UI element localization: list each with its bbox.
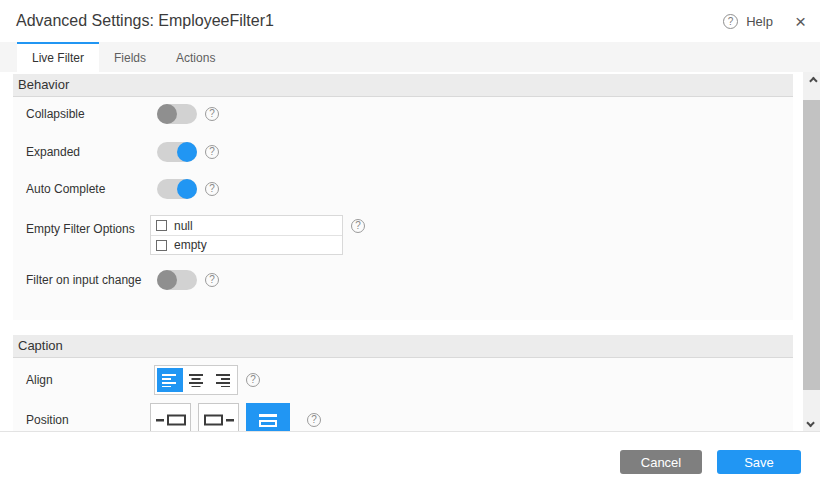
- caption-top-icon: [258, 414, 278, 427]
- auto-complete-row: Auto Complete ?: [26, 179, 219, 199]
- list-item-null[interactable]: null: [151, 216, 342, 235]
- filter-on-input-change-label: Filter on input change: [26, 273, 157, 287]
- scroll-down-icon[interactable]: [803, 414, 820, 431]
- toggle-knob: [157, 104, 177, 124]
- filter-on-input-change-row: Filter on input change ?: [26, 270, 219, 290]
- toggle-knob: [157, 270, 177, 290]
- scrollbar-thumb[interactable]: [803, 100, 820, 390]
- toggle-knob: [177, 142, 197, 162]
- empty-checkbox[interactable]: [156, 240, 167, 251]
- help-icon[interactable]: ?: [205, 182, 219, 196]
- help-link[interactable]: Help: [746, 14, 773, 29]
- save-button[interactable]: Save: [717, 450, 801, 474]
- position-row: Position ?: [26, 403, 321, 431]
- align-left-icon: [162, 373, 178, 387]
- settings-scroll-area: Behavior Collapsible ? Expanded ? Auto C…: [0, 72, 820, 431]
- auto-complete-toggle[interactable]: [157, 179, 197, 199]
- help-icon[interactable]: ?: [351, 219, 365, 233]
- help-icon[interactable]: ?: [723, 14, 738, 29]
- vertical-scrollbar[interactable]: [803, 72, 820, 431]
- list-item-empty[interactable]: empty: [151, 235, 342, 254]
- align-label: Align: [26, 373, 154, 387]
- align-right-icon: [214, 373, 230, 387]
- empty-filter-options-listbox: null empty: [150, 215, 343, 255]
- tab-actions[interactable]: Actions: [161, 42, 230, 72]
- align-center-icon: [188, 373, 204, 387]
- help-icon[interactable]: ?: [205, 145, 219, 159]
- align-left-button[interactable]: [157, 368, 183, 392]
- collapsible-toggle[interactable]: [157, 104, 197, 124]
- filter-on-input-change-toggle[interactable]: [157, 270, 197, 290]
- behavior-section-header: Behavior: [13, 74, 793, 97]
- dialog-header: Advanced Settings: EmployeeFilter1 ? Hel…: [0, 0, 820, 42]
- dialog-title: Advanced Settings: EmployeeFilter1: [16, 12, 274, 30]
- help-icon[interactable]: ?: [205, 107, 219, 121]
- null-checkbox-label: null: [174, 219, 193, 233]
- auto-complete-label: Auto Complete: [26, 182, 157, 196]
- help-icon[interactable]: ?: [246, 373, 260, 387]
- caption-left-icon: [156, 414, 186, 426]
- scroll-up-icon[interactable]: [803, 72, 820, 89]
- collapsible-label: Collapsible: [26, 107, 157, 121]
- position-label: Position: [26, 413, 150, 427]
- align-center-button[interactable]: [183, 368, 209, 392]
- help-icon[interactable]: ?: [205, 273, 219, 287]
- tab-bar: Live Filter Fields Actions: [0, 42, 820, 72]
- cancel-button[interactable]: Cancel: [620, 450, 702, 474]
- tab-live-filter[interactable]: Live Filter: [17, 42, 99, 72]
- caption-section-header: Caption: [13, 335, 793, 358]
- help-icon[interactable]: ?: [307, 413, 321, 427]
- empty-filter-options-label: Empty Filter Options: [26, 215, 150, 236]
- close-icon[interactable]: ×: [795, 12, 806, 31]
- expanded-row: Expanded ?: [26, 142, 219, 162]
- caption-right-button[interactable]: [198, 403, 239, 431]
- align-button-group: [154, 365, 238, 395]
- caption-left-button[interactable]: [150, 403, 191, 431]
- null-checkbox[interactable]: [156, 220, 167, 231]
- advanced-settings-dialog: Advanced Settings: EmployeeFilter1 ? Hel…: [0, 0, 820, 487]
- collapsible-row: Collapsible ?: [26, 104, 219, 124]
- tab-fields[interactable]: Fields: [99, 42, 161, 72]
- empty-filter-options-row: Empty Filter Options null empty ?: [26, 215, 365, 255]
- dialog-footer: Cancel Save: [0, 431, 820, 487]
- header-actions: ? Help ×: [723, 0, 806, 42]
- caption-top-button[interactable]: [246, 403, 290, 431]
- expanded-toggle[interactable]: [157, 142, 197, 162]
- empty-checkbox-label: empty: [174, 238, 207, 252]
- align-row: Align ?: [26, 365, 260, 395]
- expanded-label: Expanded: [26, 145, 157, 159]
- align-right-button[interactable]: [209, 368, 235, 392]
- position-button-group: [150, 403, 290, 431]
- caption-right-icon: [204, 414, 234, 426]
- toggle-knob: [177, 179, 197, 199]
